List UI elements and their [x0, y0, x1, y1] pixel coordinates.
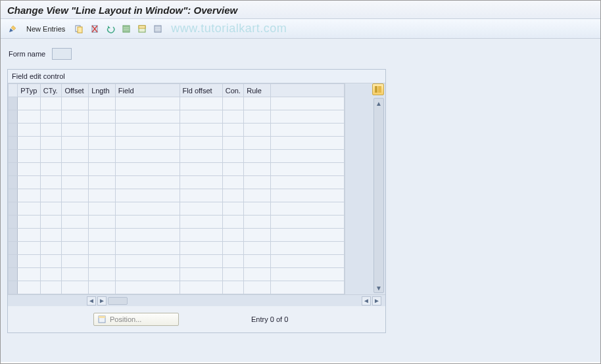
scroll-up-icon[interactable]: ▲ [374, 99, 383, 108]
cell[interactable] [40, 255, 62, 268]
cell[interactable] [89, 176, 116, 189]
cell[interactable] [115, 150, 180, 163]
vertical-scrollbar[interactable]: ▲ ▼ [373, 98, 384, 293]
table-row[interactable] [9, 281, 345, 294]
cell[interactable] [89, 229, 116, 242]
cell[interactable] [18, 176, 41, 189]
cell[interactable] [115, 216, 180, 229]
cell[interactable] [180, 137, 222, 150]
cell[interactable] [89, 97, 116, 110]
cell[interactable] [89, 137, 116, 150]
col-selector[interactable] [9, 84, 18, 97]
cell[interactable] [222, 189, 244, 202]
cell[interactable] [115, 137, 180, 150]
cell[interactable] [244, 150, 271, 163]
cell[interactable] [40, 110, 62, 124]
cell[interactable] [40, 268, 62, 281]
cell[interactable] [115, 229, 180, 242]
cell[interactable] [115, 255, 180, 268]
cell[interactable] [115, 110, 180, 124]
cell[interactable] [18, 189, 41, 202]
cell[interactable] [180, 97, 222, 110]
cell[interactable] [270, 202, 344, 216]
cell[interactable] [40, 176, 62, 189]
cell[interactable] [18, 97, 41, 110]
table-row[interactable] [9, 110, 345, 124]
cell[interactable] [180, 163, 222, 176]
cell[interactable] [40, 189, 62, 202]
cell[interactable] [180, 202, 222, 216]
cell[interactable] [270, 110, 344, 124]
cell[interactable] [270, 229, 344, 242]
cell[interactable] [180, 281, 222, 294]
cell[interactable] [222, 97, 244, 110]
select-all-icon[interactable] [120, 22, 133, 35]
col-con[interactable]: Con. [222, 84, 244, 97]
cell[interactable] [40, 229, 62, 242]
cell[interactable] [180, 229, 222, 242]
delete-icon[interactable] [88, 22, 101, 35]
cell[interactable] [244, 229, 271, 242]
cell[interactable] [270, 255, 344, 268]
cell[interactable] [62, 110, 89, 124]
cell[interactable] [270, 163, 344, 176]
col-rule[interactable]: Rule [244, 84, 271, 97]
row-selector[interactable] [9, 242, 18, 255]
table-row[interactable] [9, 229, 345, 242]
row-selector[interactable] [9, 202, 18, 216]
cell[interactable] [18, 255, 41, 268]
cell[interactable] [115, 97, 180, 110]
scroll-right-icon[interactable]: ► [97, 296, 107, 306]
cell[interactable] [62, 202, 89, 216]
row-selector[interactable] [9, 150, 18, 163]
cell[interactable] [180, 176, 222, 189]
table-row[interactable] [9, 242, 345, 255]
scroll-down-icon[interactable]: ▼ [374, 283, 383, 292]
cell[interactable] [180, 242, 222, 255]
row-selector[interactable] [9, 110, 18, 124]
cell[interactable] [40, 202, 62, 216]
cell[interactable] [244, 97, 271, 110]
cell[interactable] [180, 189, 222, 202]
cell[interactable] [115, 242, 180, 255]
cell[interactable] [62, 229, 89, 242]
cell[interactable] [270, 189, 344, 202]
cell[interactable] [222, 176, 244, 189]
cell[interactable] [89, 281, 116, 294]
cell[interactable] [62, 124, 89, 137]
cell[interactable] [89, 163, 116, 176]
row-selector[interactable] [9, 163, 18, 176]
cell[interactable] [89, 242, 116, 255]
cell[interactable] [115, 268, 180, 281]
table-row[interactable] [9, 189, 345, 202]
cell[interactable] [115, 281, 180, 294]
cell[interactable] [180, 255, 222, 268]
cell[interactable] [89, 189, 116, 202]
cell[interactable] [270, 268, 344, 281]
row-selector[interactable] [9, 176, 18, 189]
col-length[interactable]: Lngth [89, 84, 116, 97]
undo-icon[interactable] [104, 22, 117, 35]
table-row[interactable] [9, 163, 345, 176]
row-selector[interactable] [9, 229, 18, 242]
cell[interactable] [89, 255, 116, 268]
table-row[interactable] [9, 255, 345, 268]
cell[interactable] [270, 216, 344, 229]
cell[interactable] [244, 163, 271, 176]
cell[interactable] [62, 163, 89, 176]
cell[interactable] [40, 281, 62, 294]
table-row[interactable] [9, 216, 345, 229]
cell[interactable] [222, 150, 244, 163]
cell[interactable] [18, 150, 41, 163]
col-offset[interactable]: Offset [62, 84, 89, 97]
cell[interactable] [40, 124, 62, 137]
cell[interactable] [244, 202, 271, 216]
table-row[interactable] [9, 137, 345, 150]
deselect-all-icon[interactable] [151, 22, 164, 35]
cell[interactable] [244, 110, 271, 124]
cell[interactable] [244, 137, 271, 150]
col-field[interactable]: Field [115, 84, 180, 97]
cell[interactable] [62, 242, 89, 255]
cell[interactable] [270, 281, 344, 294]
cell[interactable] [18, 137, 41, 150]
